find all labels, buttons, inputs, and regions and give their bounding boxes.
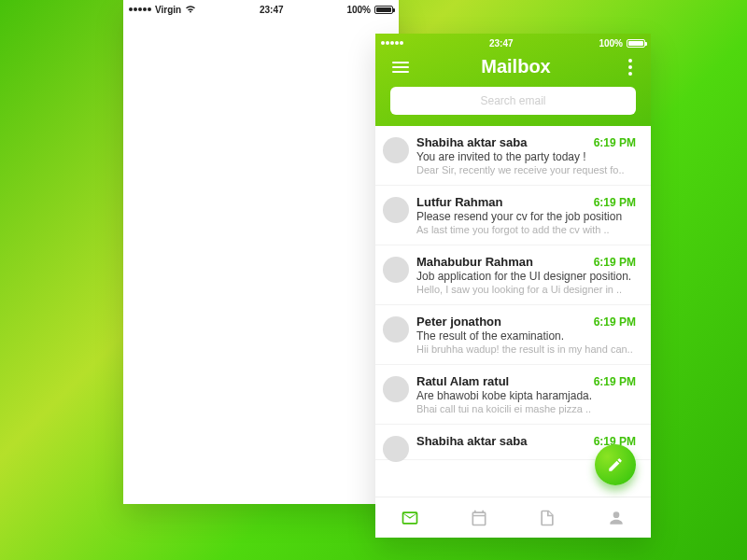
tab-files[interactable] xyxy=(529,499,566,537)
avatar xyxy=(383,137,409,163)
email-time: 6:19 PM xyxy=(594,315,636,329)
email-item[interactable]: Ratul Alam ratul6:19 PMAre bhawobi kobe … xyxy=(375,365,651,425)
avatar xyxy=(383,257,409,283)
email-item[interactable]: Peter jonathon6:19 PMThe result of the e… xyxy=(375,305,651,365)
page-title: Mailbox xyxy=(409,56,623,77)
menu-button[interactable] xyxy=(392,62,409,73)
battery-icon xyxy=(627,39,645,48)
tab-calendar[interactable] xyxy=(460,499,498,537)
status-bar: Virgin 23:47 100% xyxy=(123,0,399,17)
tab-mail[interactable] xyxy=(391,499,429,537)
signal-dots-icon xyxy=(381,41,403,45)
email-preview: As last time you forgot to add the cv wi… xyxy=(416,224,636,235)
calendar-icon xyxy=(470,509,488,527)
tab-profile[interactable] xyxy=(598,499,635,537)
email-item[interactable]: Mahabubur Rahman6:19 PMJob application f… xyxy=(375,245,651,305)
mail-icon xyxy=(401,509,419,527)
mailbox-header: 23:47 100% Mailbox Search email xyxy=(375,34,651,126)
battery-percent: 100% xyxy=(599,38,623,49)
signal-dots-icon xyxy=(129,7,151,11)
battery-icon xyxy=(374,6,393,14)
search-input[interactable]: Search email xyxy=(390,87,636,115)
avatar xyxy=(383,316,409,343)
compose-button[interactable] xyxy=(595,444,636,485)
email-subject: You are invited to the party today ! xyxy=(416,150,636,163)
phone-blank: Virgin 23:47 100% xyxy=(123,0,399,504)
email-subject: Job application for the UI designer posi… xyxy=(416,270,636,283)
person-icon xyxy=(607,509,626,527)
email-item[interactable]: Lutfur Rahman6:19 PMPlease resend your c… xyxy=(375,186,651,245)
more-button[interactable] xyxy=(623,59,638,76)
email-sender: Shabiha aktar saba xyxy=(416,434,528,448)
email-preview: Bhai call tui na koicili ei mashe pizza … xyxy=(416,403,636,414)
email-sender: Peter jonathon xyxy=(416,315,501,329)
status-bar: 23:47 100% xyxy=(375,34,651,50)
avatar xyxy=(383,376,409,402)
pencil-icon xyxy=(607,456,624,473)
email-sender: Lutfur Rahman xyxy=(416,195,502,209)
email-preview: Dear Sir, recently we receive your reque… xyxy=(416,164,636,175)
email-subject: The result of the examination. xyxy=(416,329,636,343)
status-time: 23:47 xyxy=(489,38,514,49)
email-subject: Are bhawobi kobe kipta haramjada. xyxy=(416,389,636,402)
email-time: 6:19 PM xyxy=(594,256,636,269)
file-icon xyxy=(538,509,557,527)
email-time: 6:19 PM xyxy=(594,196,636,209)
email-item[interactable]: Shabiha aktar saba6:19 PMYou are invited… xyxy=(375,126,651,186)
battery-percent: 100% xyxy=(346,5,371,15)
email-sender: Ratul Alam ratul xyxy=(416,374,509,388)
tab-bar xyxy=(375,497,651,538)
avatar xyxy=(383,197,409,223)
email-sender: Shabiha aktar saba xyxy=(416,135,528,149)
status-time: 23:47 xyxy=(260,5,284,15)
email-sender: Mahabubur Rahman xyxy=(416,255,533,269)
email-time: 6:19 PM xyxy=(594,136,636,149)
email-preview: Hii bruhha wadup! the result is in my ha… xyxy=(416,343,636,355)
email-list[interactable]: Shabiha aktar saba6:19 PMYou are invited… xyxy=(375,126,651,497)
search-placeholder: Search email xyxy=(480,94,545,107)
email-time: 6:19 PM xyxy=(594,375,636,388)
phone-mailbox: 23:47 100% Mailbox Search email Shabiha … xyxy=(375,34,651,538)
email-subject: Please resend your cv for the job positi… xyxy=(416,210,636,223)
avatar xyxy=(383,436,409,462)
wifi-icon xyxy=(185,5,196,15)
email-preview: Hello, I saw you looking for a Ui design… xyxy=(416,284,636,295)
carrier-label: Virgin xyxy=(155,5,181,15)
